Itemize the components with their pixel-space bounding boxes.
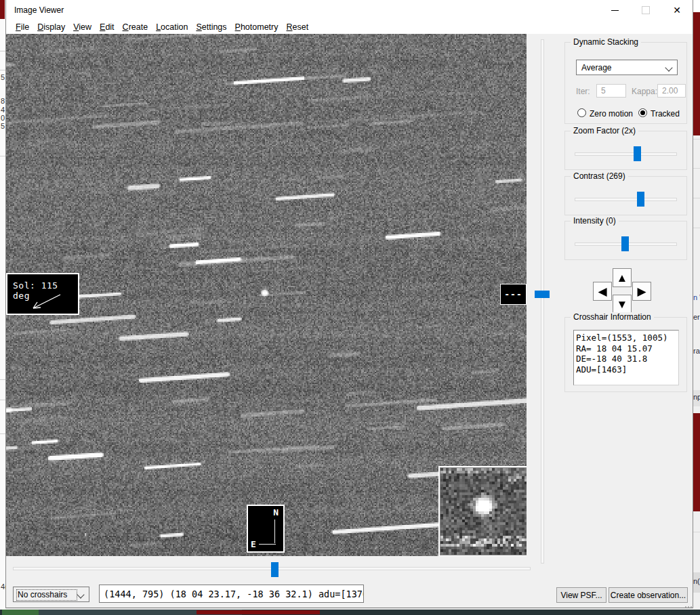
crosshair-info-box: Pixel=(1553, 1005) RA= 18 04 15.07 DE=-1… — [573, 330, 679, 385]
chevron-down-icon — [77, 591, 84, 598]
iter-label: Iter: — [576, 87, 590, 96]
tracked-label: Tracked — [651, 109, 680, 119]
target-zoom-inset — [440, 467, 527, 555]
zoom-slider-track[interactable] — [575, 152, 677, 156]
contrast-title: Contrast (269) — [571, 171, 628, 181]
stacking-method-dropdown[interactable]: Average — [576, 60, 678, 75]
crosshair-info-title: Crosshair Information — [571, 312, 654, 322]
kappa-field[interactable]: 2.00 — [657, 84, 686, 98]
image-viewport[interactable]: Sol: 115 deg --- N E — [6, 34, 527, 556]
crosshair-pixel-line: Pixel=(1553, 1005) — [576, 333, 678, 343]
crosshair-adu-line: ADU=[1463] — [576, 364, 678, 375]
zoom-factor-title: Zoom Factor (2x) — [571, 126, 638, 135]
bg-maroon-block — [693, 12, 700, 135]
sun-angle-overlay: Sol: 115 deg — [6, 273, 79, 315]
menu-display[interactable]: Display — [33, 22, 69, 33]
bg-text-fragment: 4 — [1, 106, 5, 114]
menu-bar: File Display View Edit Create Location S… — [6, 20, 693, 34]
crosshair-mode-value: No crosshairs — [17, 590, 77, 600]
menu-create[interactable]: Create — [119, 22, 152, 33]
pan-down-button[interactable]: ▼ — [613, 295, 632, 314]
arrow-left-icon: ◀ — [598, 286, 606, 297]
compass-east-line — [259, 544, 276, 545]
vertical-pan-slider[interactable] — [532, 35, 552, 569]
bg-text-fragment: ra — [693, 347, 700, 355]
pan-arrow-pad: ▲ ◀ ▶ ▼ — [564, 268, 687, 316]
coordinate-readout-field[interactable]: (1444, 795) (18 04 23.17, -18 36 32.1) a… — [99, 585, 364, 603]
bg-text-fragment: 8 — [1, 97, 5, 105]
close-button[interactable]: ✕ — [661, 0, 693, 20]
close-icon: ✕ — [673, 5, 681, 15]
dynamic-stacking-group: Dynamic Stacking Average Iter: 5 Kappa: … — [564, 42, 687, 124]
horizontal-slider-thumb[interactable] — [271, 562, 279, 577]
compass-overlay: N E — [247, 505, 285, 553]
taskbar-maroon-segment — [197, 610, 320, 614]
arrow-down-icon: ▼ — [617, 299, 628, 310]
image-viewer-window: Image Viewer ✕ File Display View Edit Cr… — [5, 0, 693, 608]
horizontal-pan-slider[interactable] — [6, 557, 532, 580]
intensity-slider-thumb[interactable] — [621, 236, 629, 251]
background-window-maroon-corner — [0, 0, 5, 19]
vertical-slider-thumb[interactable] — [535, 291, 550, 298]
track-label-overlay: --- — [500, 284, 527, 305]
vertical-slider-track[interactable] — [541, 39, 544, 564]
kappa-label: Kappa: — [632, 87, 657, 96]
intensity-title: Intensity (0) — [571, 216, 619, 226]
zoom-slider-thumb[interactable] — [634, 146, 641, 161]
menu-reset[interactable]: Reset — [283, 22, 313, 33]
resize-grip[interactable] — [685, 605, 692, 608]
menu-location[interactable]: Location — [152, 22, 192, 33]
compass-east-label: E — [251, 539, 256, 549]
maximize-icon — [642, 6, 650, 14]
iter-field[interactable]: 5 — [596, 84, 626, 98]
bg-maroon-block — [693, 413, 700, 511]
bg-text-fragment: 0 — [1, 114, 5, 122]
taskbar-strip — [0, 610, 700, 615]
stacking-method-value: Average — [581, 63, 611, 72]
tracked-radio[interactable] — [638, 108, 647, 117]
bg-text-fragment: np — [693, 393, 700, 401]
menu-photometry[interactable]: Photometry — [231, 22, 283, 33]
minimize-button[interactable] — [599, 0, 630, 20]
compass-north-line — [274, 519, 275, 543]
pan-right-button[interactable]: ▶ — [632, 282, 651, 301]
sun-direction-arrow-icon — [7, 292, 75, 312]
pan-left-button[interactable]: ◀ — [593, 282, 612, 301]
arrow-up-icon: ▲ — [617, 272, 628, 284]
crosshair-mode-dropdown[interactable]: No crosshairs — [13, 587, 89, 602]
background-window-left-sliver: 5 8 4 0 5 4( — [0, 0, 5, 610]
background-window-right-sliver: n W er ra np n( — [693, 0, 700, 610]
contrast-group: Contrast (269) — [564, 176, 687, 215]
bg-text-fragment: 4( — [1, 582, 5, 591]
menu-edit[interactable]: Edit — [96, 22, 119, 33]
menu-settings[interactable]: Settings — [192, 22, 230, 33]
chevron-down-icon — [665, 64, 672, 71]
create-observation-button[interactable]: Create observation... — [609, 587, 688, 603]
intensity-group: Intensity (0) — [564, 221, 687, 260]
title-bar[interactable]: Image Viewer ✕ — [6, 0, 693, 20]
contrast-slider-thumb[interactable] — [637, 192, 644, 207]
window-title: Image Viewer — [14, 5, 64, 15]
menu-file[interactable]: File — [12, 22, 33, 33]
zoom-factor-group: Zoom Factor (2x) — [564, 131, 687, 170]
minimize-icon — [611, 10, 619, 11]
screenshot-root: 5 8 4 0 5 4( n W er ra np n( Image Viewe… — [0, 0, 700, 615]
pan-up-button[interactable]: ▲ — [613, 268, 632, 287]
dynamic-stacking-title: Dynamic Stacking — [571, 37, 641, 47]
crosshair-de-line: DE=-18 40 31.8 — [576, 354, 678, 364]
bg-text-fragment: er — [693, 313, 700, 321]
menu-view[interactable]: View — [69, 22, 96, 33]
compass-north-label: N — [273, 507, 279, 517]
contrast-slider-track[interactable] — [575, 198, 677, 201]
bg-text-fragment: n( — [693, 577, 700, 585]
maximize-button[interactable] — [630, 0, 661, 20]
view-psf-button[interactable]: View PSF... — [556, 587, 606, 603]
arrow-right-icon: ▶ — [637, 286, 646, 297]
bg-text-fragment: n W — [693, 293, 700, 301]
track-label: --- — [504, 289, 522, 299]
target-zoom-canvas — [440, 468, 527, 555]
bg-text-fragment: 5 — [1, 73, 5, 81]
zero-motion-radio[interactable] — [577, 108, 586, 117]
bg-text-fragment: 5 — [1, 122, 5, 130]
zero-motion-label: Zero motion — [590, 109, 633, 119]
